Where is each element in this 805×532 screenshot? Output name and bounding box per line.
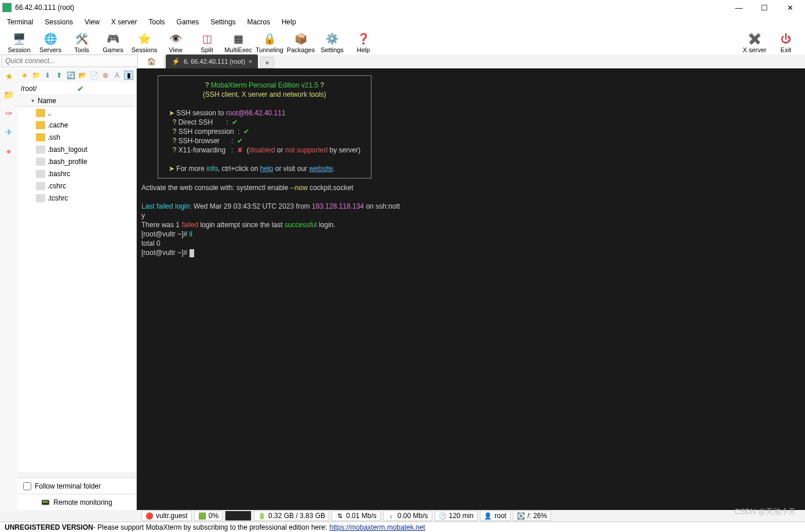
menu-settings[interactable]: Settings <box>205 16 241 28</box>
rail-macro-icon[interactable]: ✑ <box>3 108 14 119</box>
menu-games[interactable]: Games <box>171 16 205 28</box>
status-mem[interactable]: 🔋0.32 GB / 3.83 GB <box>254 511 329 521</box>
tb-tools[interactable]: 🛠️Tools <box>66 31 97 54</box>
menu-xserver[interactable]: X server <box>105 16 143 28</box>
tb-servers[interactable]: 🌐Servers <box>35 31 66 54</box>
sb-newfile-icon[interactable]: 📄 <box>89 71 99 80</box>
package-icon: 📦 <box>294 32 308 46</box>
quick-connect <box>1 54 138 68</box>
gamepad-icon: 🎮 <box>106 32 120 46</box>
new-tab-button[interactable]: ＋ <box>260 57 274 68</box>
status-uptime[interactable]: 🕑120 min <box>435 511 478 521</box>
minimize-button[interactable]: — <box>726 0 752 15</box>
menu-macros[interactable]: Macros <box>242 16 276 28</box>
tab-session-1[interactable]: ⚡ 6. 66.42.40.111 (root) × <box>166 54 258 68</box>
sb-edit-icon[interactable]: A <box>112 71 122 80</box>
tab-home[interactable]: 🏠 <box>139 54 165 68</box>
sidebar-toolbar: ★ 📁 ⬇ ⬆ 🔄 📂 📄 ⊗ A ▮ <box>17 68 136 82</box>
tab-bar: 🏠 ⚡ 6. 66.42.40.111 (root) × ＋ <box>139 54 805 68</box>
user-icon: 👤 <box>484 512 492 519</box>
file-item[interactable]: .bashrc <box>17 167 136 180</box>
sb-refresh-icon[interactable]: 🔄 <box>66 71 75 80</box>
file-icon <box>36 194 45 202</box>
follow-terminal-checkbox[interactable] <box>23 482 31 490</box>
star-icon: ⭐ <box>137 32 151 46</box>
status-disk[interactable]: 💽/: 26% <box>513 511 551 521</box>
clock-icon: 🕑 <box>439 512 447 519</box>
quick-connect-input[interactable] <box>1 54 138 67</box>
sb-toggle-icon[interactable]: ▮ <box>124 71 133 80</box>
maximize-button[interactable]: ☐ <box>752 0 777 15</box>
terminal[interactable]: ? MobaXterm Personal Edition v21.5 ?(SSH… <box>137 68 805 510</box>
menu-tools[interactable]: Tools <box>143 16 171 28</box>
status-bar: 🔴vultr.guest 🟩0% 🔋0.32 GB / 3.83 GB ⇅0.0… <box>0 510 805 522</box>
sb-delete-icon[interactable]: ⊗ <box>101 71 110 80</box>
tb-games[interactable]: 🎮Games <box>97 31 129 54</box>
file-item-parent[interactable]: .. <box>17 107 136 119</box>
status-up[interactable]: ⇅0.01 Mb/s <box>332 511 381 521</box>
menu-help[interactable]: Help <box>276 16 302 28</box>
file-item[interactable]: .ssh <box>17 131 136 143</box>
ram-icon: 🔋 <box>258 512 266 519</box>
sidebar-scrollbar[interactable] <box>17 472 136 478</box>
gear-icon: ⚙️ <box>325 32 339 46</box>
status-graph[interactable] <box>225 511 252 521</box>
file-item[interactable]: .bash_logout <box>17 143 136 155</box>
tb-help[interactable]: ❓Help <box>348 31 379 54</box>
tb-packages[interactable]: 📦Packages <box>285 31 316 54</box>
file-icon <box>36 145 45 154</box>
tb-sessions[interactable]: ⭐Sessions <box>129 31 160 54</box>
tb-session[interactable]: 🖥️Session <box>3 31 35 54</box>
status-cpu[interactable]: 🟩0% <box>194 511 223 521</box>
sb-upload-icon[interactable]: ⬆ <box>54 71 64 80</box>
col-name: Name <box>38 97 56 105</box>
status-user[interactable]: 👤root <box>480 511 511 521</box>
file-header[interactable]: ▾ Name <box>17 95 136 107</box>
home-icon: 🏠 <box>147 57 156 65</box>
collapse-icon[interactable]: ▾ <box>31 97 34 104</box>
footer-link[interactable]: https://mobaxterm.mobatek.net <box>329 523 425 531</box>
window-title: 66.42.40.111 (root) <box>15 3 726 12</box>
follow-terminal-row: Follow terminal folder <box>17 478 136 494</box>
tb-split[interactable]: ◫Split <box>191 31 223 54</box>
menu-view[interactable]: View <box>79 16 105 28</box>
path-text[interactable]: /root/ <box>21 85 77 93</box>
remote-monitoring-button[interactable]: 📟 Remote monitoring <box>17 494 136 510</box>
menu-sessions[interactable]: Sessions <box>39 16 79 28</box>
help-icon: ❓ <box>356 32 370 46</box>
host-icon: 🔴 <box>145 512 154 519</box>
app-icon <box>2 3 12 12</box>
tb-xserver[interactable]: ✖️X server <box>739 31 770 54</box>
sb-fav-icon[interactable]: ★ <box>20 71 29 80</box>
tab-close-icon[interactable]: × <box>249 58 252 65</box>
menu-terminal[interactable]: Terminal <box>1 16 39 28</box>
sb-folder-icon[interactable]: 📁 <box>31 71 41 80</box>
sb-download-icon[interactable]: ⬇ <box>43 71 52 80</box>
file-item[interactable]: .cshrc <box>17 180 136 192</box>
tb-settings[interactable]: ⚙️Settings <box>316 31 348 54</box>
sidebar: ★ 📁 ⬇ ⬆ 🔄 📂 📄 ⊗ A ▮ /root/ ✔ ▾ Name .. .… <box>17 68 137 510</box>
menu-bar: Terminal Sessions View X server Tools Ga… <box>0 15 805 29</box>
tb-multiexec[interactable]: ▦MultiExec <box>223 31 254 54</box>
file-item[interactable]: .bash_profile <box>17 155 136 167</box>
tb-tunneling[interactable]: 🔒Tunneling <box>254 31 285 54</box>
terminal-icon: ⚡ <box>172 57 180 65</box>
follow-terminal-label: Follow terminal folder <box>35 482 101 490</box>
status-host[interactable]: 🔴vultr.guest <box>141 511 192 521</box>
status-down[interactable]: ↓0.00 Mb/s <box>383 511 432 521</box>
close-button[interactable]: ✕ <box>777 0 803 15</box>
rail-sftp-icon[interactable]: 📁 <box>3 89 14 101</box>
rail-info-icon[interactable]: ● <box>3 145 14 156</box>
power-icon: ⏻ <box>779 32 793 46</box>
footer: UNREGISTERED VERSION - Please support Mo… <box>0 522 805 532</box>
rail-star-icon[interactable]: ★ <box>3 71 14 82</box>
tb-view[interactable]: 👁️View <box>160 31 191 54</box>
file-item[interactable]: .tcshrc <box>17 192 136 204</box>
rail-send-icon[interactable]: ✈ <box>3 126 14 138</box>
tb-exit[interactable]: ⏻Exit <box>770 31 802 54</box>
file-item[interactable]: .cache <box>17 119 136 131</box>
sb-newfolder-icon[interactable]: 📂 <box>78 71 87 80</box>
terminal-pane: ? MobaXterm Personal Edition v21.5 ?(SSH… <box>137 68 805 510</box>
sidebar-path: /root/ ✔ <box>17 82 136 95</box>
title-bar: 66.42.40.111 (root) — ☐ ✕ <box>0 0 805 15</box>
